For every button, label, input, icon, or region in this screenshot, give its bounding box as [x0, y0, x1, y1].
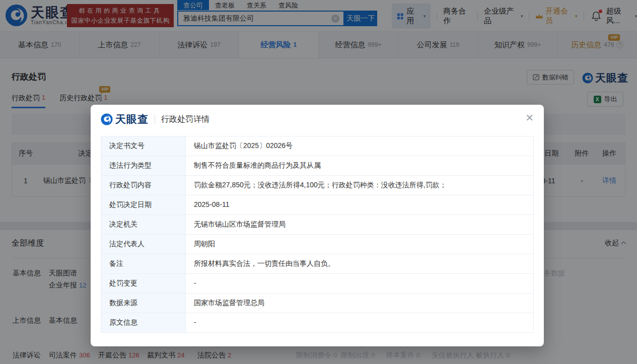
- detail-value: -: [186, 313, 533, 332]
- detail-row: 处罚决定日期 2025-08-11: [101, 195, 533, 214]
- detail-row: 备注 所报材料真实合法，一切责任由当事人自负。: [101, 254, 533, 273]
- detail-value: 锡山市监处罚〔2025〕02026号: [186, 136, 533, 156]
- detail-row: 法定代表人 周朝阳: [101, 234, 533, 254]
- penalty-detail-modal: 天眼查 行政处罚详情 ✕ 决定书文号 锡山市监处罚〔2025〕02026号 违法…: [91, 105, 544, 346]
- tianyancha-swirl-icon: [101, 113, 113, 125]
- detail-row: 数据来源 国家市场监督管理总局: [101, 293, 533, 313]
- modal-header: 天眼查 行政处罚详情 ✕: [91, 105, 544, 132]
- detail-row: 行政处罚内容 罚款金额27,850元；没收违法所得4,100元；行政处罚种类：没…: [101, 175, 533, 195]
- detail-label: 法定代表人: [101, 235, 186, 254]
- detail-value: 2025-08-11: [186, 195, 533, 214]
- detail-value: 制售不符合质量标准的商品行为及其从属: [186, 156, 533, 175]
- modal-title: 行政处罚详情: [161, 114, 209, 125]
- detail-row: 决定书文号 锡山市监处罚〔2025〕02026号: [101, 136, 533, 156]
- detail-row: 决定机关 无锡市锡山区市场监督管理局: [101, 214, 533, 234]
- detail-label: 数据来源: [101, 294, 186, 313]
- modal-brand: 天眼查: [101, 112, 149, 126]
- detail-row: 处罚变更 -: [101, 273, 533, 293]
- detail-label: 原文信息: [101, 313, 186, 332]
- detail-label: 处罚变更: [101, 274, 186, 293]
- detail-label: 决定机关: [101, 215, 186, 234]
- detail-value: 罚款金额27,850元；没收违法所得4,100元；行政处罚种类：没收违法所得,罚…: [186, 176, 533, 195]
- divider: [155, 115, 155, 124]
- tianyancha-page: 天眼查 TianYanCha.com 都在用的商业查询工具 国家中小企业发展子基…: [0, 0, 637, 364]
- detail-row: 原文信息 -: [101, 313, 533, 332]
- detail-value: 周朝阳: [186, 235, 533, 254]
- detail-row: 违法行为类型 制售不符合质量标准的商品行为及其从属: [101, 156, 533, 175]
- detail-label: 处罚决定日期: [101, 195, 186, 214]
- detail-label: 决定书文号: [101, 136, 186, 156]
- close-icon[interactable]: ✕: [525, 113, 534, 123]
- detail-label: 备注: [101, 254, 186, 273]
- modal-brand-name: 天眼查: [115, 112, 149, 126]
- detail-value: 国家市场监督管理总局: [186, 294, 533, 313]
- detail-value: 无锡市锡山区市场监督管理局: [186, 215, 533, 234]
- modal-detail-table: 决定书文号 锡山市监处罚〔2025〕02026号 违法行为类型 制售不符合质量标…: [101, 136, 534, 333]
- detail-label: 行政处罚内容: [101, 176, 186, 195]
- detail-value: -: [186, 274, 533, 293]
- detail-value: 所报材料真实合法，一切责任由当事人自负。: [186, 254, 533, 273]
- detail-label: 违法行为类型: [101, 156, 186, 175]
